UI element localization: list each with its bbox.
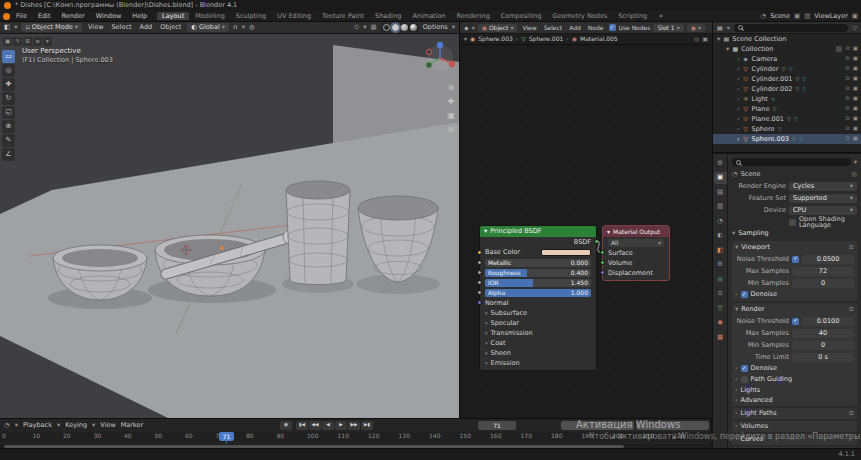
metallic-slider[interactable]: Metallic0.000 [485, 259, 591, 267]
tab-constraints[interactable]: ≡ [714, 288, 727, 300]
play-reverse-button[interactable] [322, 421, 334, 430]
timeline-ruler[interactable]: 0102030405060708090100110120130140150160… [0, 432, 712, 442]
tab-object-data[interactable]: ▽ [714, 302, 727, 314]
base-color-socket[interactable] [477, 250, 482, 255]
outliner-row-camera[interactable]: Camera [713, 54, 861, 64]
shader-menu-add[interactable]: Add [567, 25, 583, 31]
shader-type-dropdown[interactable]: Object [478, 24, 518, 32]
subsurface-panel[interactable]: Subsurface [480, 308, 596, 318]
viewport-menu-select[interactable]: Select [109, 24, 133, 31]
path-guiding-panel[interactable]: Path Guiding [735, 374, 854, 385]
tab-physics[interactable]: ◎ [714, 273, 727, 285]
mode-dropdown[interactable]: Object Mode [21, 23, 82, 32]
principled-bsdf-node[interactable]: Principled BSDF BSDF Base Color Metallic… [479, 225, 597, 371]
properties-editor[interactable]: ⚙ ▣ ▤ ▥ ◔ ◐ ◧ ⚙ ◎ ≡ ▽ ◉ ▦ Scene Render E… [713, 154, 861, 448]
menu-edit[interactable]: Edit [33, 12, 56, 21]
sampling-section-header[interactable]: Sampling [732, 228, 857, 239]
tab-texture-paint[interactable]: Texture Paint [317, 12, 369, 21]
camera-view-icon[interactable]: ▣ [447, 112, 455, 120]
view-layer-selector[interactable]: ViewLayer [814, 13, 848, 20]
shader-menu-view[interactable]: View [520, 25, 538, 31]
ior-socket[interactable] [477, 280, 482, 285]
output-node-header[interactable]: Material Output [603, 226, 669, 237]
tab-compositing[interactable]: Compositing [496, 12, 547, 21]
tab-modifiers[interactable]: ⚙ [714, 259, 727, 271]
filter-icon[interactable] [852, 25, 857, 31]
lights-panel[interactable]: Lights [735, 385, 854, 395]
outliner-row-plane-001[interactable]: Plane.001 [713, 114, 861, 124]
hide-icon[interactable] [845, 46, 850, 52]
sheen-panel[interactable]: Sheen [480, 348, 596, 358]
next-keyframe-button[interactable] [348, 421, 360, 430]
tool-rotate[interactable] [2, 92, 15, 105]
viewport-denoise-checkbox[interactable] [741, 291, 748, 298]
presets-icon[interactable] [849, 244, 854, 251]
presets-icon[interactable] [849, 306, 854, 313]
jump-to-start-button[interactable] [296, 421, 308, 430]
tool-measure[interactable] [2, 148, 15, 161]
shading-solid-icon[interactable] [392, 24, 399, 31]
outliner-row-sphere-003[interactable]: Sphere.003 [713, 134, 861, 144]
menu-window[interactable]: Window [91, 12, 127, 21]
scene-selector[interactable]: Scene [770, 13, 790, 20]
proportional-editing-icon[interactable] [249, 24, 255, 31]
corner-caret-icon[interactable]: ▾ [43, 37, 52, 46]
outliner-search-input[interactable] [734, 24, 849, 32]
menu-playback[interactable]: Playback [23, 422, 52, 429]
menu-keying[interactable]: Keying [65, 422, 87, 429]
menu-view[interactable]: View [100, 422, 115, 429]
tab-view-layer[interactable]: ▥ [714, 201, 727, 213]
render-engine-dropdown[interactable]: Cycles [789, 182, 857, 191]
editor-type-icon[interactable] [464, 25, 469, 31]
gizmo-caret[interactable] [363, 24, 366, 31]
breadcrumb-object[interactable]: Sphere.003 [478, 36, 513, 42]
tab-modeling[interactable]: Modeling [190, 12, 230, 21]
feature-set-dropdown[interactable]: Supported [789, 194, 857, 203]
shading-rendered-icon[interactable] [410, 24, 417, 31]
displacement-socket[interactable] [600, 270, 605, 275]
shader-editor[interactable]: Object View Select Add Node Use Nodes Sl… [460, 22, 713, 418]
tool-cursor[interactable] [2, 64, 15, 77]
transmission-panel[interactable]: Transmission [480, 328, 596, 338]
viewport-noise-checkbox[interactable] [792, 256, 799, 263]
alpha-slider[interactable]: Alpha1.000 [485, 289, 591, 297]
tab-sculpting[interactable]: Sculpting [231, 12, 271, 21]
render-min-samples-field[interactable]: 0 [792, 341, 854, 350]
tab-object[interactable]: ◧ [714, 244, 727, 256]
viewport-menu-object[interactable]: Object [158, 24, 183, 31]
end-frame-field[interactable] [636, 421, 709, 430]
auto-key-button[interactable] [280, 421, 292, 430]
tab-world[interactable]: ◐ [714, 230, 727, 242]
render-max-samples-field[interactable]: 40 [792, 329, 854, 338]
tab-tool[interactable]: ⚙ [714, 157, 727, 169]
device-dropdown[interactable]: CPU [789, 206, 857, 215]
render-visibility-icon[interactable] [853, 46, 858, 52]
tab-geometry-nodes[interactable]: Geometry Nodes [548, 12, 613, 21]
editor-type-caret[interactable] [14, 24, 17, 31]
menu-file[interactable]: File [11, 12, 32, 21]
outliner-row-sphere[interactable]: Sphere [713, 124, 861, 134]
viewport-panel-header[interactable]: Viewport [735, 242, 854, 253]
play-button[interactable] [335, 421, 347, 430]
shader-menu-node[interactable]: Node [586, 25, 606, 31]
base-color-swatch[interactable] [541, 249, 591, 256]
menu-help[interactable]: Help [127, 12, 152, 21]
tool-scale[interactable] [2, 106, 15, 119]
editor-type-icon[interactable] [4, 24, 10, 31]
tab-uv-editing[interactable]: UV Editing [272, 12, 316, 21]
jump-to-end-button[interactable] [361, 421, 373, 430]
tool-move[interactable] [2, 78, 15, 91]
new-scene-icon[interactable] [794, 13, 800, 20]
viewport-min-samples-field[interactable]: 0 [792, 279, 854, 288]
tab-texture[interactable]: ▦ [714, 331, 727, 343]
ior-slider[interactable]: IOR1.450 [485, 279, 591, 287]
breadcrumb-mesh[interactable]: Sphere.001 [529, 36, 564, 42]
roughness-socket[interactable] [477, 270, 482, 275]
breadcrumb-scene[interactable]: Scene [741, 171, 761, 178]
light-paths-section[interactable]: Light Paths [732, 408, 857, 419]
time-limit-field[interactable]: 0 s [792, 353, 854, 362]
node-canvas[interactable]: Principled BSDF BSDF Base Color Metallic… [460, 45, 712, 418]
render-noise-checkbox[interactable] [792, 318, 799, 325]
presets-icon[interactable] [849, 410, 854, 417]
tool-select-box[interactable] [2, 50, 15, 63]
